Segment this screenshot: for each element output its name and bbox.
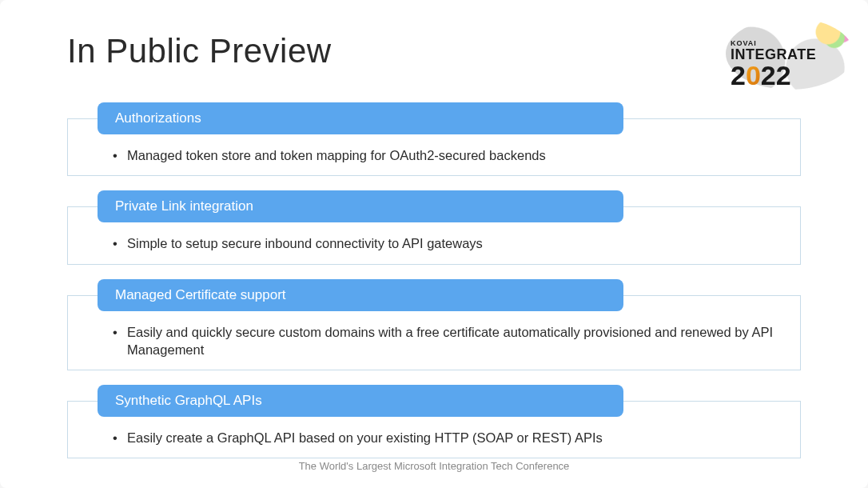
logo-year-prefix: 2 [731,60,746,90]
feature-item: Managed Certificate support Easily and q… [67,279,801,371]
logo-text: KOVAI INTEGRATE 2022 [731,40,816,89]
feature-item: Authorizations Managed token store and t… [67,102,801,176]
feature-header: Private Link integration [98,190,623,222]
feature-item: Synthetic GraphQL APIs Easily create a G… [67,385,801,458]
logo-year: 2022 [731,62,816,89]
slide: KOVAI INTEGRATE 2022 In Public Preview A… [0,0,868,488]
logo-year-suffix: 22 [761,60,791,90]
feature-bullet: Simple to setup secure inbound connectiv… [113,234,778,252]
feature-header: Authorizations [98,102,623,134]
feature-header: Managed Certificate support [98,279,623,311]
feature-bullet: Managed token store and token mapping fo… [113,146,778,164]
feature-item: Private Link integration Simple to setup… [67,190,801,264]
feature-bullet: Easily and quickly secure custom domains… [113,323,778,359]
logo-year-zero: 0 [746,62,761,89]
feature-bullet: Easily create a GraphQL API based on you… [113,429,778,446]
feature-list: Authorizations Managed token store and t… [0,102,868,458]
event-logo: KOVAI INTEGRATE 2022 [726,18,854,90]
feature-header: Synthetic GraphQL APIs [98,385,623,417]
footer-tagline: The World's Largest Microsoft Integratio… [0,460,868,472]
